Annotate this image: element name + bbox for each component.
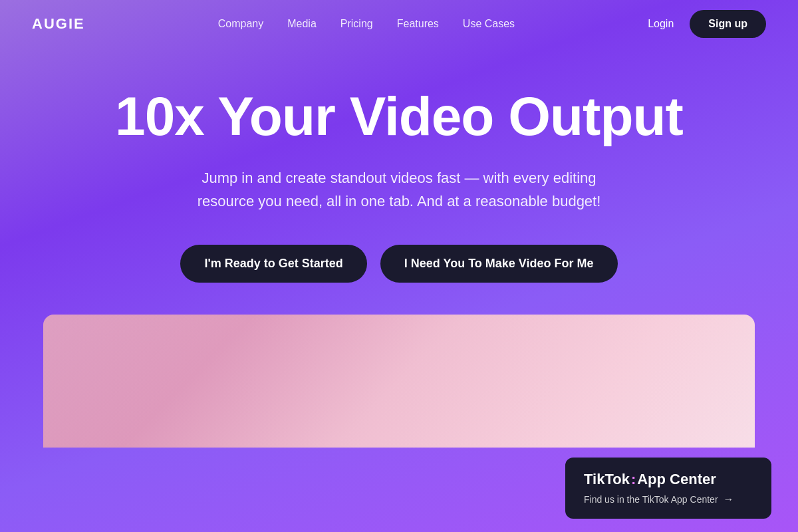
nav-pricing[interactable]: Pricing <box>340 18 373 29</box>
signup-button[interactable]: Sign up <box>690 10 766 38</box>
nav-features[interactable]: Features <box>397 18 439 29</box>
nav-company[interactable]: Company <box>218 18 263 29</box>
get-started-button[interactable]: I'm Ready to Get Started <box>180 245 366 283</box>
nav-use-cases[interactable]: Use Cases <box>463 18 515 29</box>
hero-section: 10x Your Video Output Jump in and create… <box>0 48 798 448</box>
dashboard-preview <box>43 315 755 448</box>
logo: AUGiE <box>32 15 85 33</box>
arrow-icon: → <box>724 493 734 505</box>
tiktok-colon: : <box>631 471 636 488</box>
tiktok-banner-subtitle: Find us in the TikTok App Center → <box>584 493 753 505</box>
navbar: AUGiE Company Media Pricing Features Use… <box>0 0 798 48</box>
nav-links: Company Media Pricing Features Use Cases <box>218 18 515 30</box>
hero-buttons: I'm Ready to Get Started I Need You To M… <box>180 245 617 283</box>
tiktok-title-suffix: App Center <box>637 471 716 488</box>
tiktok-brand-name: TikTok <box>584 471 630 488</box>
tiktok-banner-title: TikTok: App Center <box>584 471 753 488</box>
tiktok-banner[interactable]: TikTok: App Center Find us in the TikTok… <box>565 458 771 519</box>
nav-right: Login Sign up <box>648 10 766 38</box>
page-wrapper: AUGiE Company Media Pricing Features Use… <box>0 0 798 532</box>
login-button[interactable]: Login <box>648 18 674 30</box>
tiktok-subtitle-text: Find us in the TikTok App Center <box>584 494 718 505</box>
hero-subtitle: Jump in and create standout videos fast … <box>193 166 605 213</box>
nav-media[interactable]: Media <box>287 18 317 29</box>
hero-title: 10x Your Video Output <box>115 88 683 145</box>
make-video-button[interactable]: I Need You To Make Video For Me <box>380 245 618 283</box>
logo-text: AUGiE <box>32 15 85 32</box>
